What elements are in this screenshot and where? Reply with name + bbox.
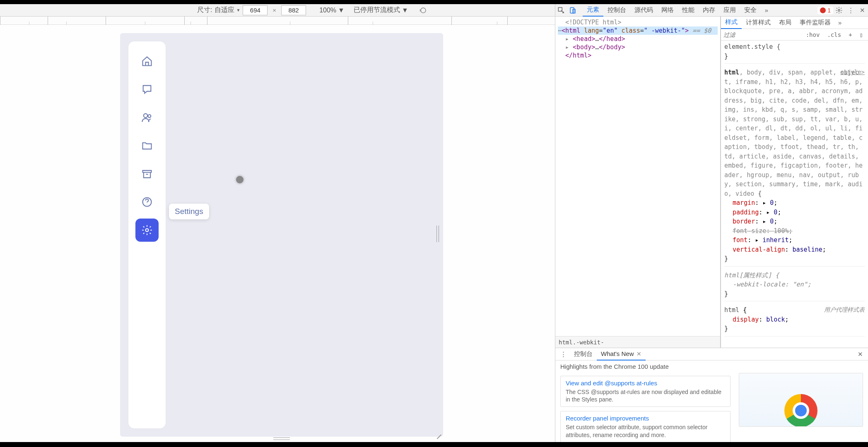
sidebar-item-home[interactable] <box>135 50 159 73</box>
resize-handle-bottom[interactable] <box>273 437 290 440</box>
drawer-tab-console[interactable]: 控制台 <box>570 348 597 360</box>
rule-reset[interactable]: <style> html, body, div, span, applet, o… <box>724 68 865 267</box>
toggle-sidebar-icon[interactable]: ▯ <box>857 30 866 39</box>
tab-security[interactable]: 安全 <box>740 4 761 17</box>
tab-application[interactable]: 应用 <box>719 4 740 17</box>
tab-performance[interactable]: 性能 <box>678 4 699 17</box>
drawer-close-icon[interactable]: ✕ <box>854 351 866 358</box>
svg-point-6 <box>148 115 151 118</box>
elements-panel: <!DOCTYPE html> ⋯<html lang="en" class="… <box>555 17 721 348</box>
resize-handle-corner[interactable] <box>436 429 441 435</box>
devtools-menu-icon[interactable]: ⋮ <box>845 4 856 17</box>
close-devtools-icon[interactable]: ✕ <box>856 4 868 17</box>
chrome-logo-card <box>739 373 863 427</box>
style-src-link[interactable]: <style> <box>840 68 865 77</box>
sidebar-item-help[interactable] <box>135 190 159 214</box>
add-rule-icon[interactable]: + <box>846 30 854 39</box>
styles-tabs-overflow-icon[interactable]: » <box>835 19 845 26</box>
dom-doctype[interactable]: <!DOCTYPE html> <box>558 18 718 26</box>
dimension-x: × <box>272 7 276 14</box>
drawer-menu-icon[interactable]: ⋮ <box>557 351 570 358</box>
tab-memory[interactable]: 内存 <box>699 4 719 17</box>
tab-elements[interactable]: 元素 <box>583 4 603 17</box>
gear-icon[interactable] <box>833 4 845 17</box>
close-icon[interactable]: ✕ <box>637 351 641 357</box>
drawer-tab-whatsnew[interactable]: What's New✕ <box>597 348 646 360</box>
inspect-icon[interactable] <box>555 4 567 17</box>
ruler <box>0 17 555 25</box>
tab-layout[interactable]: 布局 <box>775 17 796 29</box>
rule-attr-style[interactable]: html[属性样式] { -webkit-locale: "en"; } <box>724 271 865 302</box>
tab-events[interactable]: 事件监听器 <box>796 17 835 29</box>
device-mode-icon[interactable] <box>567 4 579 17</box>
svg-point-0 <box>421 8 426 13</box>
size-mode-select[interactable]: 自适应▼ <box>215 6 240 14</box>
rule-element-style[interactable]: element.style {} <box>724 42 865 64</box>
tab-console[interactable]: 控制台 <box>603 4 630 17</box>
whatsnew-card-0[interactable]: View and edit @supports at-rules The CSS… <box>560 376 731 407</box>
dom-html-open[interactable]: ⋯<html lang="en" class=" -webkit-"> == $… <box>558 26 718 35</box>
svg-point-5 <box>144 114 147 118</box>
sidebar-tooltip: Settings <box>169 204 209 219</box>
sidebar-item-settings[interactable] <box>135 219 159 242</box>
width-input[interactable] <box>243 5 268 15</box>
breadcrumb[interactable]: html.-webkit- <box>555 336 720 348</box>
sidebar-item-folder[interactable] <box>135 134 159 157</box>
app-sidebar <box>128 41 166 428</box>
error-badge[interactable]: 1 <box>817 7 833 14</box>
tab-computed[interactable]: 计算样式 <box>742 17 775 29</box>
loader-dot <box>236 176 244 183</box>
tab-sources[interactable]: 源代码 <box>630 4 657 17</box>
dom-html-close[interactable]: </html> <box>558 51 718 60</box>
size-label: 尺寸: <box>197 6 212 14</box>
sidebar-item-chat[interactable] <box>135 78 159 101</box>
chrome-logo-icon <box>784 394 817 427</box>
drawer: ⋮ 控制台 What's New✕ ✕ Highlights from the … <box>555 348 868 442</box>
svg-rect-2 <box>570 7 574 13</box>
whatsnew-card-1[interactable]: Recorder panel improvements Set custom s… <box>560 411 731 442</box>
throttle-select[interactable]: 已停用节流模式▼ <box>354 6 408 14</box>
preview-area: Settings <box>0 25 555 442</box>
svg-point-4 <box>838 9 840 11</box>
tab-network[interactable]: 网络 <box>657 4 678 17</box>
ua-label: 用户代理样式表 <box>824 305 865 314</box>
resize-handle-right[interactable] <box>436 226 439 242</box>
device-frame: Settings <box>120 33 443 437</box>
hov-button[interactable]: :hov <box>803 30 822 39</box>
rule-ua-html[interactable]: 用户代理样式表 html { display: block; } <box>724 305 865 336</box>
sidebar-item-archive[interactable] <box>135 162 159 185</box>
svg-point-8 <box>146 229 149 232</box>
height-input[interactable] <box>281 5 306 15</box>
rotate-icon[interactable] <box>419 6 427 14</box>
dom-body[interactable]: ▸ <body>…</body> <box>558 43 718 51</box>
devtools-tabbar: 元素 控制台 源代码 网络 性能 内存 应用 安全 » 1 ⋮ ✕ <box>555 4 868 17</box>
cls-button[interactable]: .cls <box>825 30 844 39</box>
sidebar-item-users[interactable] <box>135 106 159 129</box>
highlights-title: Highlights from the Chrome 100 update <box>560 363 731 370</box>
tab-styles[interactable]: 样式 <box>721 17 742 29</box>
styles-filter-input[interactable] <box>723 31 801 38</box>
tabs-overflow-icon[interactable]: » <box>761 4 772 17</box>
dom-head[interactable]: ▸ <head>…</head> <box>558 35 718 43</box>
zoom-select[interactable]: 100%▼ <box>319 7 345 14</box>
